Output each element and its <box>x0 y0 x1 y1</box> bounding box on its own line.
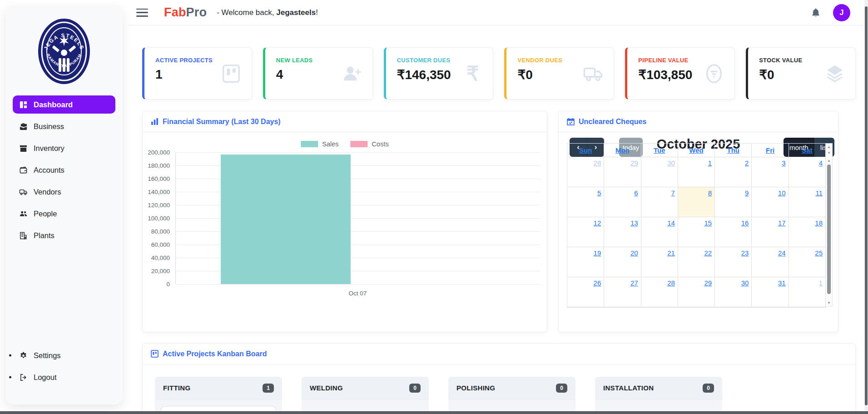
calendar-date-link[interactable]: 22 <box>704 249 712 257</box>
calendar-date-link[interactable]: 4 <box>819 159 823 167</box>
calendar-day-header-link[interactable]: Wed <box>689 146 703 154</box>
calendar-date-link[interactable]: 21 <box>667 249 675 257</box>
calendar-date-link[interactable]: 30 <box>741 279 749 287</box>
sidebar-item-vendors[interactable]: Vendors <box>13 183 115 201</box>
scroll-down-icon[interactable]: ▼ <box>826 301 832 305</box>
legend-item-sales[interactable]: Sales <box>301 140 338 148</box>
calendar-cell: 1 <box>789 277 826 307</box>
calendar-date-link[interactable]: 19 <box>594 249 601 257</box>
calendar-date-link[interactable]: 18 <box>815 219 823 227</box>
calendar-date-link[interactable]: 23 <box>741 249 749 257</box>
rupee-icon: ₹ <box>466 64 479 84</box>
calendar-day-header-wed: Wed <box>678 144 715 157</box>
calendar-date-link[interactable]: 25 <box>815 249 823 257</box>
kanban-count-badge: 0 <box>409 384 421 393</box>
calendar-date-link[interactable]: 1 <box>819 279 823 287</box>
stat-card-pipeline-value: PIPELINE VALUE₹103,850 <box>625 47 735 100</box>
calendar-date-link[interactable]: 12 <box>594 219 601 227</box>
calendar-date-link[interactable]: 24 <box>778 249 786 257</box>
gridline <box>176 152 540 153</box>
page-scrollbar[interactable] <box>864 0 868 411</box>
calendar-day-header-link[interactable]: Sun <box>579 146 592 154</box>
calendar-date-link[interactable]: 29 <box>630 159 638 167</box>
sidebar-item-logout[interactable]: Logout <box>13 368 115 386</box>
calendar-date-link[interactable]: 31 <box>778 279 786 287</box>
window-bottom-edge <box>0 411 868 414</box>
calendar-date-link[interactable]: 27 <box>630 279 638 287</box>
calendar-date-link[interactable]: 26 <box>594 279 601 287</box>
layers-icon <box>824 63 845 84</box>
stat-card-new-leads: NEW LEADS4 <box>263 47 373 100</box>
uncleared-cheques-card: Uncleared Cheques ‹ › today October 2025… <box>558 111 838 332</box>
legend-item-costs[interactable]: Costs <box>351 140 389 148</box>
calendar-day-header-link[interactable]: Mon <box>615 146 630 154</box>
calendar-cell: 14 <box>641 217 678 247</box>
scroll-down-icon[interactable]: ▼ <box>826 151 832 155</box>
menu-toggle-icon[interactable] <box>136 9 148 17</box>
sidebar-item-settings[interactable]: Settings <box>13 346 115 364</box>
calendar-date-link[interactable]: 5 <box>597 189 601 197</box>
scrollbar-thumb[interactable] <box>827 165 831 294</box>
calendar-cell: 3 <box>752 157 789 187</box>
calendar-day-header-tue: Tue <box>641 144 678 157</box>
calendar-date-link[interactable]: 28 <box>667 279 675 287</box>
calendar-day-header-link[interactable]: Fri <box>766 146 774 154</box>
calendar-date-link[interactable]: 1 <box>708 159 712 167</box>
sidebar-item-dashboard[interactable]: Dashboard <box>13 95 115 114</box>
scroll-up-icon[interactable]: ▲ <box>826 145 832 149</box>
financial-chart: SalesCosts200,000180,000160,000140,00012… <box>143 132 547 333</box>
calendar-date-link[interactable]: 20 <box>630 249 638 257</box>
sidebar-item-plants[interactable]: Plants <box>13 226 115 244</box>
calendar-date-link[interactable]: 9 <box>745 189 749 197</box>
sidebar-item-label: Plants <box>34 231 55 240</box>
calendar-date-link[interactable]: 14 <box>667 219 675 227</box>
calendar-cell: 19 <box>567 247 604 277</box>
stat-card-stock-value: STOCK VALUE₹0 <box>746 47 856 100</box>
page-scrollbar-thumb[interactable] <box>865 6 868 405</box>
people-icon <box>19 209 28 218</box>
calendar-day-header-link[interactable]: Sat <box>802 146 812 154</box>
calendar-cell: 28 <box>641 277 678 307</box>
calendar-date-link[interactable]: 3 <box>782 159 785 167</box>
calendar-cell: 30 <box>641 157 678 187</box>
calendar-date-link[interactable]: 11 <box>815 189 823 197</box>
calendar-date-link[interactable]: 7 <box>671 189 675 197</box>
calendar-grid: SunMonTueWedThuFriSat2829301234567891011… <box>567 143 826 308</box>
calendar-date-link[interactable]: 16 <box>741 219 749 227</box>
calendar-cell: 26 <box>567 277 604 307</box>
y-axis-tick-label: 200,000 <box>148 149 170 156</box>
sidebar-item-accounts[interactable]: Accounts <box>13 161 115 179</box>
kanban-column-welding: WELDING0No projects in this stage. <box>302 377 429 414</box>
calendar-day-header-sat: Sat <box>789 144 826 157</box>
x-axis-tick-label: Oct 07 <box>175 290 540 297</box>
calendar-day-header-link[interactable]: Tue <box>654 146 665 154</box>
sidebar-item-label: Accounts <box>34 166 64 175</box>
calendar-date-link[interactable]: 2 <box>745 159 749 167</box>
calendar-cell: 29 <box>604 157 641 187</box>
calendar-date-link[interactable]: 29 <box>704 279 712 287</box>
sidebar-item-label: Vendors <box>34 188 61 196</box>
calendar-date-link[interactable]: 8 <box>708 189 712 197</box>
kanban-column-header: POLISHING0 <box>448 377 575 399</box>
calendar-date-link[interactable]: 28 <box>594 159 601 167</box>
kanban-column-name: POLISHING <box>456 384 495 392</box>
calendar-cell: 1 <box>678 157 715 187</box>
calendar-date-link[interactable]: 30 <box>667 159 675 167</box>
calendar-date-link[interactable]: 13 <box>630 219 638 227</box>
kanban-count-badge: 0 <box>556 384 567 393</box>
calendar-day-header-link[interactable]: Thu <box>727 146 740 154</box>
calendar-scrollbar[interactable]: ▲ ▼ ▲ ▼ <box>826 143 833 307</box>
y-axis-tick-label: 40,000 <box>151 254 170 261</box>
user-avatar[interactable]: J <box>833 4 850 21</box>
stat-card-active-projects: ACTIVE PROJECTS1 <box>142 47 252 100</box>
notifications-bell-icon[interactable] <box>810 7 821 18</box>
brand-pro: Pro <box>186 5 207 19</box>
sidebar-item-inventory[interactable]: Inventory <box>13 139 115 157</box>
calendar-date-link[interactable]: 6 <box>634 189 638 197</box>
sidebar-item-people[interactable]: People <box>13 205 115 223</box>
calendar-date-link[interactable]: 15 <box>704 219 712 227</box>
sidebar-item-business[interactable]: Business <box>13 117 115 135</box>
calendar-date-link[interactable]: 17 <box>778 219 786 227</box>
calendar-date-link[interactable]: 10 <box>778 189 786 197</box>
scroll-up-icon[interactable]: ▲ <box>826 159 832 163</box>
